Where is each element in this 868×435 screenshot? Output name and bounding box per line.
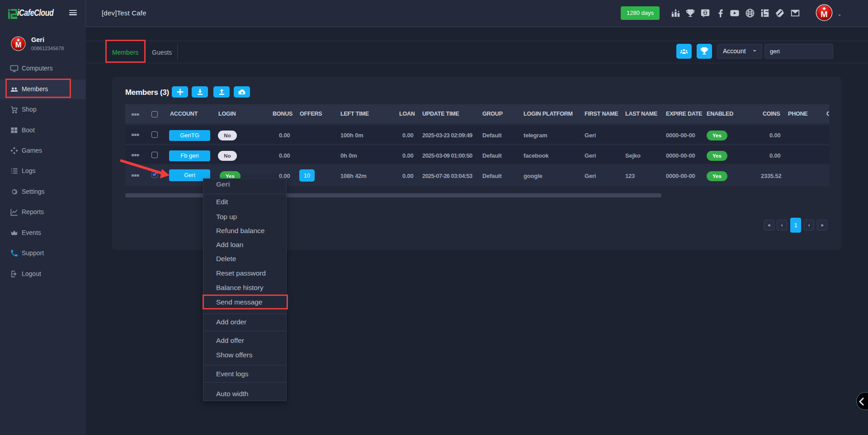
svg-text:M: M bbox=[821, 9, 828, 19]
svg-text:M: M bbox=[15, 41, 22, 49]
